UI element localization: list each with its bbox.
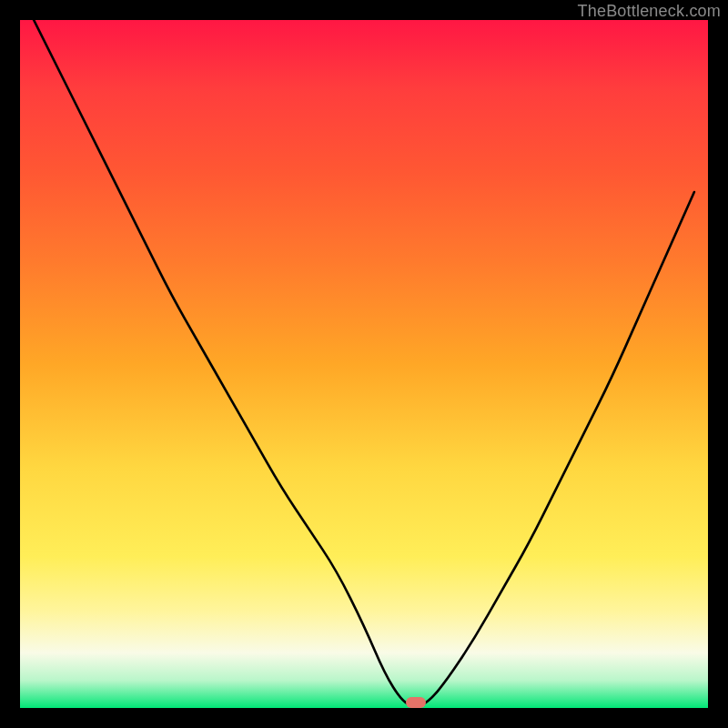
plot-area	[20, 20, 708, 708]
bottleneck-curve	[20, 20, 708, 708]
optimal-marker	[406, 697, 426, 708]
watermark-text: TheBottleneck.com	[578, 2, 721, 21]
chart-frame: TheBottleneck.com	[0, 0, 728, 728]
